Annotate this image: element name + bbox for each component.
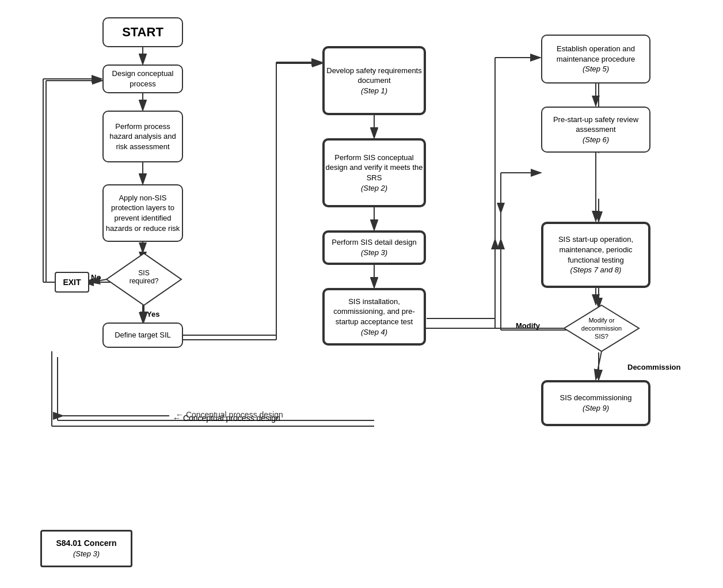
- sis-conceptual-box: Perform SIS conceptual design and verify…: [322, 138, 426, 207]
- develop-safety-box: Develop safety requirements document (St…: [322, 46, 426, 115]
- svg-text:SIS?: SIS?: [595, 333, 608, 340]
- modify-decommission-diamond: Modify or decommission SIS?: [564, 305, 723, 588]
- sis-conceptual-main: Perform SIS conceptual design and verify…: [325, 153, 424, 183]
- start-label: START: [122, 24, 163, 41]
- legend-step: (Step 3): [73, 549, 100, 559]
- perform-hazard-label: Perform process hazard analysis and risk…: [104, 122, 182, 152]
- establish-operation-step: (Step 5): [583, 64, 609, 74]
- pre-startup-step: (Step 6): [583, 135, 609, 145]
- sis-detail-main: Perform SIS detail design: [332, 237, 416, 248]
- svg-text:Modify or: Modify or: [588, 317, 615, 324]
- design-conceptual-label: Design conceptual process: [104, 69, 182, 89]
- develop-safety-step: (Step 1): [361, 86, 387, 96]
- exit-box: EXIT: [55, 272, 89, 293]
- no-label: No: [91, 273, 101, 282]
- diagram-container: START Design conceptual process Perform …: [0, 0, 723, 588]
- apply-nonsis-label: Apply non-SIS protection layers to preve…: [104, 193, 182, 233]
- svg-text:decommission: decommission: [581, 325, 622, 332]
- perform-hazard-box: Perform process hazard analysis and risk…: [102, 111, 183, 162]
- start-box: START: [102, 17, 183, 47]
- establish-operation-main: Establish operation and maintenance proc…: [542, 44, 649, 64]
- develop-safety-main: Develop safety requirements document: [325, 66, 424, 86]
- establish-operation-box: Establish operation and maintenance proc…: [541, 35, 650, 84]
- exit-label: EXIT: [63, 277, 81, 288]
- apply-nonsis-box: Apply non-SIS protection layers to preve…: [102, 184, 183, 242]
- design-conceptual-box: Design conceptual process: [102, 65, 183, 93]
- svg-text:required?: required?: [130, 277, 159, 285]
- pre-startup-main: Pre-start-up safety review assessment: [542, 115, 649, 135]
- svg-text:SIS: SIS: [138, 269, 149, 277]
- pre-startup-box: Pre-start-up safety review assessment (S…: [541, 107, 650, 153]
- sis-conceptual-step: (Step 2): [361, 183, 387, 194]
